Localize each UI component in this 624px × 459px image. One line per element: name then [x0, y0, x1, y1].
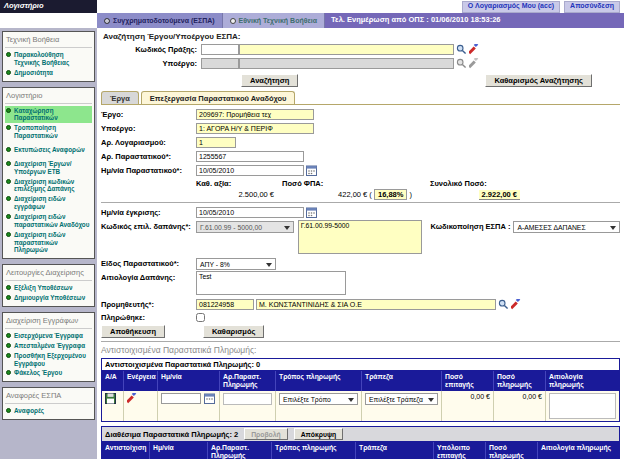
logout-link[interactable]: Αποσύνδεση [564, 1, 620, 13]
sidebar-section-tech-help: Τεχνική Βοήθεια Παρακολούθηση Τεχνικής Β… [2, 31, 95, 82]
subproject-label: Υποέργο: [101, 124, 196, 133]
sidebar-item-modify-invoices[interactable]: Τροποποίηση Παραστατικών [5, 123, 92, 141]
col-aa: Α/Α [102, 371, 124, 391]
supplier-code-field[interactable] [196, 299, 254, 310]
doc-type-label: Είδος Παραστατικού*: [101, 259, 196, 268]
subproject-field [196, 123, 314, 134]
calendar-icon[interactable] [306, 165, 317, 176]
invoice-date-label: Ημ/νία Παραστατικού*: [101, 166, 196, 175]
last-update-status: Τελ. Ενημέρωση από ΟΠΣ : 01/06/2010 18:5… [325, 13, 624, 28]
row-date-input[interactable] [161, 393, 201, 404]
search-icon[interactable] [456, 44, 467, 55]
vat-percent-field[interactable]: 16,88% [374, 189, 407, 200]
sidebar-item-project-folder[interactable]: Φάκελος Έργου [5, 368, 92, 378]
sidebar-item-reports[interactable]: Αναφορές [5, 406, 92, 416]
search-button[interactable]: Αναζήτηση [241, 74, 298, 87]
edit-pencil-icon[interactable] [469, 44, 480, 55]
matched-table-caption: Αντιστοιχισμένα Παραστατικά Πληρωμής: 0 [102, 359, 619, 371]
praxis-name-input[interactable] [239, 44, 454, 55]
supplier-name-field[interactable] [256, 299, 496, 310]
sidebar-item-add-outgoing-document[interactable]: Προσθήκη Εξερχομένου Εγγράφου [5, 351, 92, 369]
edit-row-icon[interactable] [127, 393, 138, 404]
brand-title: Λογιστήριο [0, 0, 97, 13]
sidebar-item-publicity[interactable]: Δημοσιότητα [5, 68, 92, 78]
sidebar: Τεχνική Βοήθεια Παρακολούθηση Τεχνικής Β… [0, 28, 97, 459]
sidebar-section-accounting: Λογιστήριο Καταχώρηση Παραστατικών Τροπο… [2, 87, 95, 260]
section-title: Λογιστήριο [5, 89, 92, 104]
row-doc-no-input[interactable] [223, 393, 272, 405]
calendar-icon[interactable] [306, 207, 317, 218]
sidebar-item-report-printouts[interactable]: Εκτυπώσεις Αναφορών [5, 145, 92, 155]
search-title: Αναζήτηση Έργου/Υποέργου ΕΣΠΑ: [101, 30, 620, 43]
sidebar-item-case-progress[interactable]: Εξέλιξη Υποθέσεων [5, 283, 92, 293]
tab-projects[interactable]: Έργα [101, 91, 139, 104]
clear-form-button[interactable]: Καθαρισμός [203, 325, 264, 338]
sidebar-item-monitor-tech-help[interactable]: Παρακολούθηση Τεχνικής Βοήθειας [5, 50, 92, 68]
col-match: Αντιστοίχιση [102, 442, 150, 459]
section-title: Διαχείριση Εγγράφων [5, 314, 92, 329]
sidebar-item-register-invoices[interactable]: Καταχώρηση Παραστατικών [5, 106, 92, 124]
bullet-icon [6, 333, 11, 338]
hide-button[interactable]: Απόκρυψη [294, 428, 344, 440]
edit-pencil-icon[interactable] [511, 299, 522, 310]
row-bank-select[interactable]: Επιλέξτε Τράπεζα [365, 393, 438, 405]
col-method: Τρόπος πληρωμής [272, 442, 356, 459]
col-check-balance: Υπόλοιπο επιταγής [434, 442, 486, 459]
approval-date-label: Ημ/νία έγκρισης: [101, 208, 196, 217]
invoice-no-input[interactable] [196, 151, 304, 162]
bullet-icon [6, 343, 11, 348]
sidebar-section-espa-reports: Αναφορές ΕΣΠΑ Αναφορές [2, 387, 95, 420]
bullet-icon [6, 353, 11, 358]
section-title: Λειτουργίες Διαχείρισης [5, 266, 92, 281]
expense-code-select[interactable]: Γ.61.00.99 - 5000,00 [196, 221, 294, 233]
expense-reason-textarea[interactable]: Test [196, 271, 346, 295]
project-field [196, 109, 314, 120]
expense-code-textarea[interactable]: Γ.61.00.99-5000 [298, 220, 423, 254]
show-button: Προβολή [244, 428, 288, 440]
invoice-no-label: Αρ. Παραστατικού*: [101, 152, 196, 161]
top-bar: Λογιστήριο Ο Λογαριασμός Μου (acc) Αποσύ… [0, 0, 624, 13]
sidebar-item-manage-document-types[interactable]: Διαχείριση ειδών εγγράφων [5, 194, 92, 212]
sidebar-item-sent-documents[interactable]: Απεσταλμένα Έγγραφα [5, 341, 92, 351]
tab-national-tech-help[interactable]: Εθνική Τεχνική Βοήθεια [223, 13, 325, 28]
sidebar-item-manage-payment-invoice-types[interactable]: Διαχείριση ειδών παραστατικών Πληρωμών [5, 230, 92, 256]
col-payment-reason: Αιτιολογία πληρωμής [546, 371, 619, 391]
save-row-icon[interactable] [105, 393, 116, 404]
calendar-icon[interactable] [204, 393, 215, 404]
vat-amount-label: Ποσό ΦΠΑ: [282, 179, 412, 188]
tab-cofinanced-espa[interactable]: Συγχρηματοδοτούμενα (ΕΣΠΑ) [97, 13, 223, 28]
bullet-icon [6, 147, 11, 152]
matched-table-header: Α/Α Ενέργεια Ημ/νία Αρ.Παραστ. Πληρωμής … [102, 371, 619, 391]
search-icon[interactable] [498, 299, 509, 310]
available-payments-table: Διαθέσιμα Παραστατικά Πληρωμής: 2 Προβολ… [101, 426, 620, 459]
net-amount-value: 2.500,00 € [196, 190, 274, 199]
sidebar-item-create-cases[interactable]: Δημιουργία Υποθέσεων [5, 293, 92, 303]
espa-coding-select[interactable]: Α-ΑΜΕΣΕΣ ΔΑΠΑΝΕΣ [513, 221, 620, 233]
col-action: Ενέργεια [124, 371, 158, 391]
praxis-code-input[interactable] [201, 44, 239, 55]
sidebar-item-incoming-documents[interactable]: Εισερχόμενα Έγγραφα [5, 331, 92, 341]
col-payment-amount: Ποσό πληρωμής [494, 371, 546, 391]
invoice-date-input[interactable] [196, 165, 304, 176]
sidebar-item-manage-contractor-invoice-types[interactable]: Διαχείριση ειδών παραστατικών Αναδόχου [5, 212, 92, 230]
vat-amount-value: 422,00 € ( 16,88% ) [282, 190, 412, 199]
row-check-amount: 0,00 € [442, 391, 494, 421]
col-method: Τρόπος πληρωμής [276, 371, 362, 391]
sidebar-item-manage-etb-projects[interactable]: Διαχείριση Έργων/Υποέργων ΕΤΒ [5, 159, 92, 177]
approval-date-input[interactable] [196, 207, 304, 218]
matched-table-row: Επιλέξτε Τρόπο Επιλέξτε Τράπεζα 0,00 € 0… [102, 391, 619, 421]
bullet-icon [6, 108, 11, 113]
search-icon-disabled [456, 58, 467, 69]
doc-type-select[interactable]: ΑΠΥ - 8% [196, 258, 276, 270]
save-button[interactable]: Αποθήκευση [101, 325, 165, 338]
col-payment-reason: Αιτιολογία πληρωμής [538, 442, 619, 459]
my-account-link[interactable]: Ο Λογαριασμός Μου (acc) [462, 1, 560, 13]
paid-checkbox[interactable] [196, 313, 205, 322]
row-payment-reason-textarea[interactable] [549, 393, 616, 419]
sidebar-item-manage-expense-codes[interactable]: Διαχείριση κωδικών επιλέξιμης Δαπάνης [5, 177, 92, 195]
tab-edit-contractor-invoice[interactable]: Επεξεργασία Παραστατικού Αναδόχου [141, 91, 296, 104]
row-method-select[interactable]: Επιλέξτε Τρόπο [279, 393, 358, 405]
clear-search-button[interactable]: Καθαρισμός Αναζήτησης [485, 74, 592, 87]
matched-payments-heading: Αντιστοιχισμένα Παραστατικά Πληρωμής: [101, 345, 620, 355]
bullet-icon [6, 232, 11, 237]
